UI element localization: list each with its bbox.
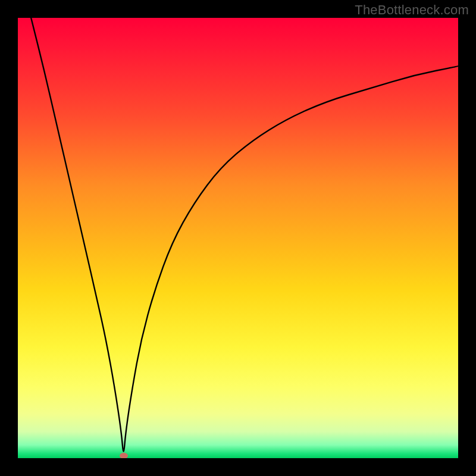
- bottleneck-curve: [18, 18, 458, 458]
- minimum-marker-icon: [120, 453, 128, 458]
- plot-area: [18, 18, 458, 458]
- chart-frame: TheBottleneck.com: [0, 0, 476, 476]
- watermark-text: TheBottleneck.com: [355, 2, 469, 18]
